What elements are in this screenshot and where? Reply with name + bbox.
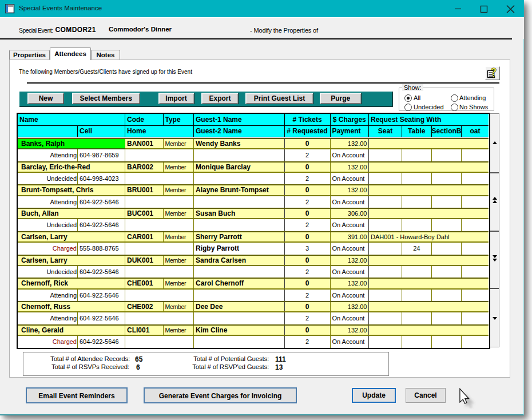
svg-text:?: ? xyxy=(491,67,497,77)
